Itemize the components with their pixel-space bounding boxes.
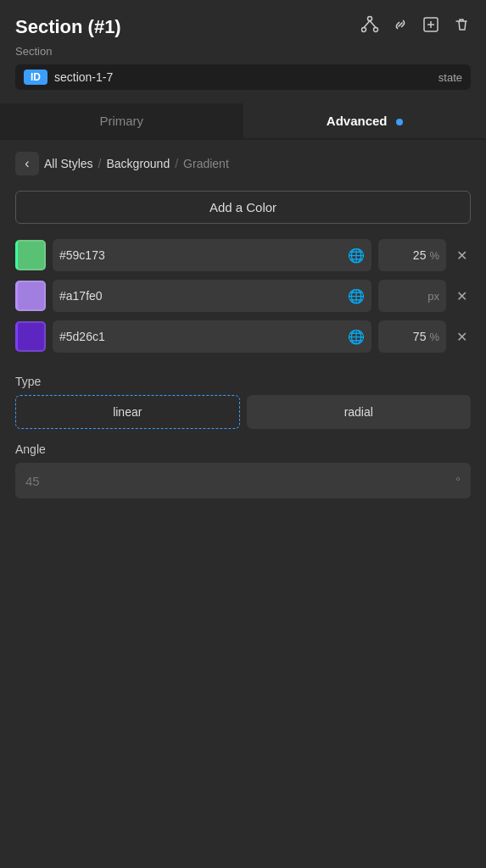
color-value-unit-0: % [429, 249, 439, 262]
tabs: Primary Advanced [0, 103, 486, 140]
breadcrumb-sep-1: / [98, 157, 102, 170]
svg-point-2 [374, 28, 378, 32]
svg-line-3 [364, 21, 370, 28]
breadcrumb-sep-2: / [175, 157, 178, 170]
remove-color-1[interactable]: ✕ [453, 285, 471, 308]
globe-icon-1[interactable]: 🌐 [348, 288, 365, 304]
back-button[interactable]: ‹ [15, 152, 39, 175]
id-row: ID section-1-7 state [15, 64, 471, 90]
color-hex-input-0[interactable]: #59c173 🌐 [53, 239, 371, 271]
id-badge: ID [24, 70, 47, 85]
color-row-1: #a17fe0 🌐 px ✕ [15, 280, 471, 312]
color-hex-value-0: #59c173 [59, 248, 343, 262]
color-value-num-0: 25 [385, 248, 426, 262]
hierarchy-icon[interactable] [360, 15, 379, 38]
angle-input[interactable]: 45 ° [15, 463, 471, 498]
add-color-button[interactable]: Add a Color [15, 191, 471, 224]
globe-icon-0[interactable]: 🌐 [348, 248, 365, 264]
color-value-input-1[interactable]: px [378, 280, 446, 312]
color-swatch-1[interactable] [15, 281, 46, 311]
type-linear-button[interactable]: linear [15, 395, 240, 429]
angle-unit: ° [455, 474, 461, 488]
link-icon[interactable] [391, 15, 410, 38]
state-button[interactable]: state [439, 71, 462, 84]
id-value: section-1-7 [54, 70, 432, 84]
header-actions [360, 15, 471, 38]
svg-point-1 [362, 28, 366, 32]
section-label: Section [0, 43, 486, 64]
color-value-unit-2: % [429, 331, 439, 343]
breadcrumb-gradient[interactable]: Gradient [183, 157, 229, 170]
color-hex-value-1: #a17fe0 [59, 289, 343, 303]
type-radial-button[interactable]: radial [247, 395, 472, 429]
color-value-input-2[interactable]: 75 % [378, 320, 446, 353]
color-value-input-0[interactable]: 25 % [378, 239, 446, 271]
angle-value: 45 [25, 474, 455, 488]
tab-advanced[interactable]: Advanced [243, 103, 487, 138]
trash-icon[interactable] [452, 15, 471, 38]
svg-point-0 [368, 17, 372, 21]
color-row-0: #59c173 🌐 25 % ✕ [15, 239, 471, 271]
breadcrumb: ‹ All Styles / Background / Gradient [0, 140, 486, 184]
color-value-unit-1: px [427, 290, 439, 303]
tab-primary[interactable]: Primary [0, 103, 243, 138]
color-swatch-2[interactable] [15, 321, 46, 352]
color-swatch-0[interactable] [15, 240, 46, 270]
angle-label: Angle [15, 442, 471, 456]
globe-icon-2[interactable]: 🌐 [348, 329, 365, 345]
page-title: Section (#1) [15, 16, 121, 38]
svg-line-4 [370, 21, 376, 28]
add-frame-icon[interactable] [422, 15, 440, 38]
type-buttons: linear radial [15, 395, 471, 429]
header: Section (#1) [0, 0, 486, 43]
remove-color-0[interactable]: ✕ [453, 244, 471, 267]
remove-color-2[interactable]: ✕ [453, 326, 471, 348]
angle-section: Angle 45 ° [0, 442, 486, 514]
color-row-2: #5d26c1 🌐 75 % ✕ [15, 320, 471, 353]
type-label: Type [0, 361, 486, 395]
color-value-num-2: 75 [385, 330, 426, 343]
color-hex-value-2: #5d26c1 [59, 330, 343, 343]
breadcrumb-background[interactable]: Background [106, 157, 170, 170]
color-hex-input-2[interactable]: #5d26c1 🌐 [53, 320, 371, 353]
color-hex-input-1[interactable]: #a17fe0 🌐 [53, 280, 371, 312]
breadcrumb-all-styles[interactable]: All Styles [44, 157, 93, 170]
tab-active-indicator [396, 119, 403, 125]
